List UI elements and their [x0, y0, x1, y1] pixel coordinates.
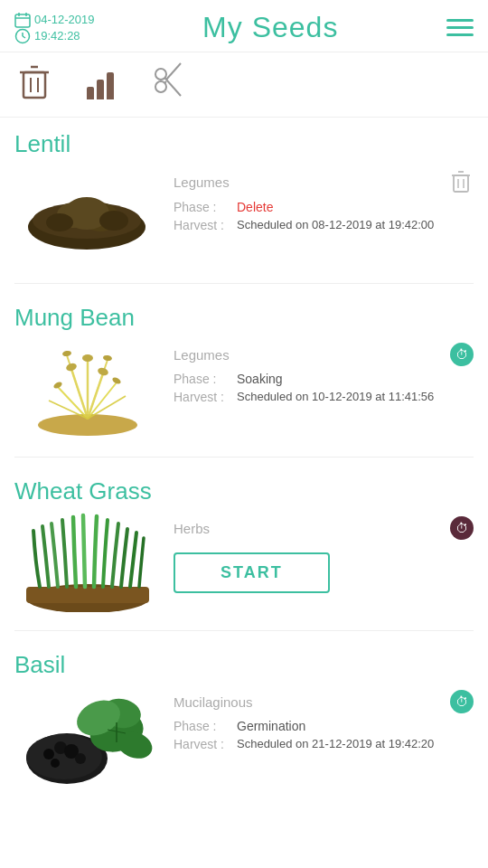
lentil-section: Lentil Legumes — [14, 118, 474, 276]
lentil-trash-icon — [451, 170, 471, 193]
lentil-card: Legumes Phase : Delete — [14, 165, 474, 276]
basil-harvest-label: Harvest : — [174, 737, 237, 751]
lentil-category-row: Legumes — [174, 169, 474, 194]
chart-bar-1 — [87, 87, 94, 99]
svg-point-54 — [75, 753, 86, 764]
lentil-delete-button[interactable] — [448, 169, 474, 194]
lentil-title: Lentil — [14, 118, 474, 165]
basil-category-row: Mucilaginous ⏱ — [174, 690, 474, 713]
wheatgrass-clock-button[interactable]: ⏱ — [450, 516, 474, 540]
chart-button[interactable] — [87, 71, 114, 99]
basil-card: Mucilaginous ⏱ Phase : Germination Harve… — [14, 686, 474, 797]
divider-3 — [14, 630, 474, 631]
time-text: 19:42:28 — [34, 29, 80, 42]
lentil-harvest-row: Harvest : Scheduled on 08-12-2019 at 19:… — [174, 218, 474, 232]
mungbean-phase-value: Soaking — [237, 372, 283, 386]
basil-harvest-row: Harvest : Scheduled on 21-12-2019 at 19:… — [174, 737, 474, 751]
mungbean-phase-row: Phase : Soaking — [174, 372, 474, 386]
mungbean-clock-button[interactable]: ⏱ — [450, 343, 474, 366]
mungbean-phase-label: Phase : — [174, 372, 237, 386]
wheatgrass-title: Wheat Grass — [14, 465, 474, 513]
mungbean-svg — [17, 342, 157, 437]
basil-phase-label: Phase : — [174, 719, 237, 733]
mungbean-category-row: Legumes ⏱ — [174, 343, 474, 366]
menu-line-2 — [446, 26, 474, 29]
basil-phase-row: Phase : Germination — [174, 719, 474, 733]
basil-harvest-value: Scheduled on 21-12-2019 at 19:42:20 — [237, 737, 434, 751]
basil-info: Mucilaginous ⏱ Phase : Germination Harve… — [174, 686, 474, 755]
menu-line-3 — [446, 33, 474, 36]
svg-point-45 — [61, 350, 71, 357]
clock-header-icon — [14, 28, 31, 44]
delete-toolbar-button[interactable] — [18, 63, 51, 106]
mungbean-title: Mung Bean — [14, 291, 474, 339]
wheatgrass-card: Herbs ⏱ START — [14, 513, 474, 623]
lentil-category: Legumes — [174, 175, 230, 190]
mungbean-section: Mung Bean — [14, 291, 474, 449]
svg-point-51 — [43, 749, 54, 760]
divider-2 — [14, 457, 474, 458]
mungbean-image — [14, 339, 159, 439]
mungbean-harvest-label: Harvest : — [174, 390, 237, 404]
basil-svg — [17, 686, 157, 786]
basil-clock-button[interactable]: ⏱ — [450, 690, 474, 713]
svg-line-16 — [164, 78, 166, 80]
lentil-phase-value: Delete — [237, 200, 273, 214]
date-row: 04-12-2019 — [14, 12, 95, 28]
svg-point-41 — [82, 354, 93, 362]
mungbean-category: Legumes — [174, 347, 230, 363]
start-button[interactable]: START — [174, 552, 330, 593]
seeds-list: Lentil Legumes — [0, 118, 488, 868]
svg-point-42 — [96, 366, 108, 377]
lentil-phase-label: Phase : — [174, 200, 237, 214]
menu-line-1 — [446, 19, 474, 22]
wheatgrass-info: Herbs ⏱ START — [174, 513, 474, 593]
svg-rect-0 — [15, 14, 30, 27]
svg-point-43 — [52, 380, 63, 389]
basil-category: Mucilaginous — [174, 694, 253, 710]
lentil-image — [14, 165, 159, 265]
menu-button[interactable] — [446, 19, 474, 36]
svg-line-13 — [166, 80, 181, 96]
svg-point-40 — [64, 362, 77, 373]
page-title: My Seeds — [202, 11, 338, 44]
scissors-button[interactable] — [150, 61, 183, 108]
lentil-info: Legumes Phase : Delete — [174, 165, 474, 236]
time-row: 19:42:28 — [14, 28, 95, 44]
scissors-icon — [150, 61, 183, 101]
svg-line-17 — [164, 81, 166, 83]
mungbean-harvest-row: Harvest : Scheduled on 10-12-2019 at 11:… — [174, 390, 474, 404]
calendar-icon — [14, 12, 31, 28]
svg-point-46 — [102, 354, 112, 362]
basil-section: Basil — [14, 638, 474, 797]
svg-rect-25 — [454, 175, 468, 192]
wheatgrass-svg — [17, 513, 157, 612]
svg-point-50 — [26, 734, 102, 779]
wheatgrass-section: Wheat Grass — [14, 465, 474, 623]
lentil-harvest-label: Harvest : — [174, 218, 237, 232]
mungbean-harvest-value: Scheduled on 10-12-2019 at 11:41:56 — [237, 390, 434, 404]
divider-1 — [14, 283, 474, 284]
mungbean-info: Legumes ⏱ Phase : Soaking Harvest : Sche… — [174, 339, 474, 408]
header: 04-12-2019 19:42:28 My Seeds — [0, 0, 488, 52]
mungbean-card: Legumes ⏱ Phase : Soaking Harvest : Sche… — [14, 339, 474, 449]
svg-point-55 — [51, 759, 60, 768]
basil-image — [14, 686, 159, 786]
svg-line-35 — [88, 382, 117, 419]
lentil-phase-row: Phase : Delete — [174, 200, 474, 214]
chart-bar-2 — [97, 80, 104, 99]
lentil-harvest-value: Scheduled on 08-12-2019 at 19:42:00 — [237, 218, 434, 232]
svg-line-12 — [166, 63, 181, 80]
lentil-svg — [23, 177, 150, 254]
svg-point-23 — [46, 213, 73, 231]
chart-bar-3 — [107, 72, 114, 99]
svg-point-24 — [99, 211, 128, 231]
svg-rect-48 — [26, 587, 149, 603]
trash-icon — [18, 63, 51, 99]
wheatgrass-category: Herbs — [174, 521, 210, 536]
svg-rect-7 — [23, 72, 45, 98]
header-datetime: 04-12-2019 19:42:28 — [14, 12, 95, 44]
basil-title: Basil — [14, 638, 474, 686]
wheatgrass-image — [14, 513, 159, 612]
wheatgrass-category-row: Herbs ⏱ — [174, 516, 474, 540]
